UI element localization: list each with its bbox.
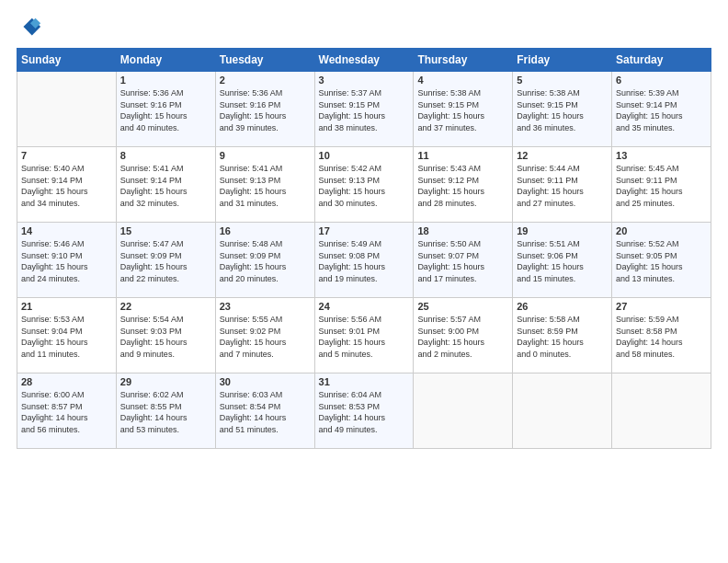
day-number: 6 [616, 75, 707, 86]
day-number: 15 [120, 225, 211, 236]
day-info: Sunrise: 5:44 AM Sunset: 9:11 PM Dayligh… [517, 163, 608, 209]
day-cell: 16Sunrise: 5:48 AM Sunset: 9:09 PM Dayli… [215, 223, 314, 298]
day-info: Sunrise: 5:53 AM Sunset: 9:04 PM Dayligh… [21, 314, 112, 360]
day-cell: 12Sunrise: 5:44 AM Sunset: 9:11 PM Dayli… [513, 147, 612, 223]
day-cell: 24Sunrise: 5:56 AM Sunset: 9:01 PM Dayli… [314, 298, 414, 373]
day-info: Sunrise: 5:38 AM Sunset: 9:15 PM Dayligh… [417, 87, 508, 133]
day-number: 3 [319, 75, 410, 86]
day-cell [513, 373, 612, 449]
day-info: Sunrise: 5:40 AM Sunset: 9:14 PM Dayligh… [21, 163, 112, 209]
day-number: 10 [319, 150, 410, 161]
day-number: 28 [21, 376, 112, 387]
day-number: 9 [220, 150, 311, 161]
day-info: Sunrise: 5:50 AM Sunset: 9:07 PM Dayligh… [417, 238, 508, 284]
day-info: Sunrise: 5:54 AM Sunset: 9:03 PM Dayligh… [120, 314, 211, 360]
day-info: Sunrise: 5:46 AM Sunset: 9:10 PM Dayligh… [21, 238, 112, 284]
day-info: Sunrise: 5:48 AM Sunset: 9:09 PM Dayligh… [220, 238, 311, 284]
day-number: 5 [517, 75, 608, 86]
day-cell: 3Sunrise: 5:37 AM Sunset: 9:15 PM Daylig… [314, 72, 414, 147]
day-number: 18 [417, 225, 508, 236]
day-info: Sunrise: 5:41 AM Sunset: 9:14 PM Dayligh… [120, 163, 211, 209]
day-cell: 4Sunrise: 5:38 AM Sunset: 9:15 PM Daylig… [414, 72, 513, 147]
day-cell: 20Sunrise: 5:52 AM Sunset: 9:05 PM Dayli… [612, 223, 711, 298]
day-number: 12 [517, 150, 608, 161]
day-cell: 22Sunrise: 5:54 AM Sunset: 9:03 PM Dayli… [116, 298, 215, 373]
day-cell: 26Sunrise: 5:58 AM Sunset: 8:59 PM Dayli… [513, 298, 612, 373]
day-info: Sunrise: 5:51 AM Sunset: 9:06 PM Dayligh… [517, 238, 608, 284]
day-info: Sunrise: 5:38 AM Sunset: 9:15 PM Dayligh… [517, 87, 608, 133]
day-info: Sunrise: 5:58 AM Sunset: 8:59 PM Dayligh… [517, 314, 608, 360]
day-cell: 6Sunrise: 5:39 AM Sunset: 9:14 PM Daylig… [612, 72, 711, 147]
day-info: Sunrise: 5:42 AM Sunset: 9:13 PM Dayligh… [319, 163, 410, 209]
day-cell [414, 373, 513, 449]
day-cell: 9Sunrise: 5:41 AM Sunset: 9:13 PM Daylig… [215, 147, 314, 223]
day-cell: 29Sunrise: 6:02 AM Sunset: 8:55 PM Dayli… [116, 373, 215, 449]
day-cell: 19Sunrise: 5:51 AM Sunset: 9:06 PM Dayli… [513, 223, 612, 298]
day-cell: 31Sunrise: 6:04 AM Sunset: 8:53 PM Dayli… [314, 373, 414, 449]
day-number: 7 [21, 150, 112, 161]
week-row-4: 21Sunrise: 5:53 AM Sunset: 9:04 PM Dayli… [17, 298, 711, 373]
day-info: Sunrise: 5:59 AM Sunset: 8:58 PM Dayligh… [616, 314, 707, 360]
day-number: 29 [120, 376, 211, 387]
day-info: Sunrise: 5:52 AM Sunset: 9:05 PM Dayligh… [616, 238, 707, 284]
day-info: Sunrise: 5:57 AM Sunset: 9:00 PM Dayligh… [417, 314, 508, 360]
day-number: 17 [319, 225, 410, 236]
day-number: 20 [616, 225, 707, 236]
day-number: 2 [220, 75, 311, 86]
day-number: 8 [120, 150, 211, 161]
week-row-3: 14Sunrise: 5:46 AM Sunset: 9:10 PM Dayli… [17, 223, 711, 298]
day-info: Sunrise: 6:02 AM Sunset: 8:55 PM Dayligh… [120, 389, 211, 435]
day-info: Sunrise: 5:36 AM Sunset: 9:16 PM Dayligh… [220, 87, 311, 133]
day-info: Sunrise: 6:00 AM Sunset: 8:57 PM Dayligh… [21, 389, 112, 435]
logo-icon [17, 15, 42, 40]
day-number: 24 [319, 301, 410, 312]
day-info: Sunrise: 5:43 AM Sunset: 9:12 PM Dayligh… [417, 163, 508, 209]
day-cell: 7Sunrise: 5:40 AM Sunset: 9:14 PM Daylig… [17, 147, 117, 223]
logo [17, 15, 46, 40]
day-cell: 10Sunrise: 5:42 AM Sunset: 9:13 PM Dayli… [314, 147, 414, 223]
header-row: SundayMondayTuesdayWednesdayThursdayFrid… [17, 49, 711, 72]
day-cell: 15Sunrise: 5:47 AM Sunset: 9:09 PM Dayli… [116, 223, 215, 298]
day-cell: 27Sunrise: 5:59 AM Sunset: 8:58 PM Dayli… [612, 298, 711, 373]
day-number: 26 [517, 301, 608, 312]
day-number: 21 [21, 301, 112, 312]
day-number: 19 [517, 225, 608, 236]
col-header-thursday: Thursday [414, 49, 513, 72]
day-cell: 8Sunrise: 5:41 AM Sunset: 9:14 PM Daylig… [116, 147, 215, 223]
week-row-1: 1Sunrise: 5:36 AM Sunset: 9:16 PM Daylig… [17, 72, 711, 147]
header [17, 15, 711, 40]
day-cell: 25Sunrise: 5:57 AM Sunset: 9:00 PM Dayli… [414, 298, 513, 373]
day-number: 25 [417, 301, 508, 312]
day-number: 30 [220, 376, 311, 387]
col-header-friday: Friday [513, 49, 612, 72]
col-header-monday: Monday [116, 49, 215, 72]
col-header-wednesday: Wednesday [314, 49, 414, 72]
day-cell: 30Sunrise: 6:03 AM Sunset: 8:54 PM Dayli… [215, 373, 314, 449]
col-header-tuesday: Tuesday [215, 49, 314, 72]
day-cell: 18Sunrise: 5:50 AM Sunset: 9:07 PM Dayli… [414, 223, 513, 298]
day-number: 23 [220, 301, 311, 312]
day-number: 1 [120, 75, 211, 86]
day-cell: 5Sunrise: 5:38 AM Sunset: 9:15 PM Daylig… [513, 72, 612, 147]
day-number: 14 [21, 225, 112, 236]
calendar-table: SundayMondayTuesdayWednesdayThursdayFrid… [17, 48, 711, 449]
day-info: Sunrise: 5:37 AM Sunset: 9:15 PM Dayligh… [319, 87, 410, 133]
day-cell: 1Sunrise: 5:36 AM Sunset: 9:16 PM Daylig… [116, 72, 215, 147]
day-cell: 11Sunrise: 5:43 AM Sunset: 9:12 PM Dayli… [414, 147, 513, 223]
day-number: 22 [120, 301, 211, 312]
day-info: Sunrise: 5:56 AM Sunset: 9:01 PM Dayligh… [319, 314, 410, 360]
day-number: 4 [417, 75, 508, 86]
day-number: 16 [220, 225, 311, 236]
day-info: Sunrise: 5:55 AM Sunset: 9:02 PM Dayligh… [220, 314, 311, 360]
day-cell: 28Sunrise: 6:00 AM Sunset: 8:57 PM Dayli… [17, 373, 117, 449]
day-cell [17, 72, 117, 147]
col-header-sunday: Sunday [17, 49, 117, 72]
day-number: 13 [616, 150, 707, 161]
day-cell: 21Sunrise: 5:53 AM Sunset: 9:04 PM Dayli… [17, 298, 117, 373]
day-info: Sunrise: 5:47 AM Sunset: 9:09 PM Dayligh… [120, 238, 211, 284]
day-cell: 14Sunrise: 5:46 AM Sunset: 9:10 PM Dayli… [17, 223, 117, 298]
day-info: Sunrise: 5:45 AM Sunset: 9:11 PM Dayligh… [616, 163, 707, 209]
day-info: Sunrise: 5:39 AM Sunset: 9:14 PM Dayligh… [616, 87, 707, 133]
day-cell: 17Sunrise: 5:49 AM Sunset: 9:08 PM Dayli… [314, 223, 414, 298]
week-row-2: 7Sunrise: 5:40 AM Sunset: 9:14 PM Daylig… [17, 147, 711, 223]
